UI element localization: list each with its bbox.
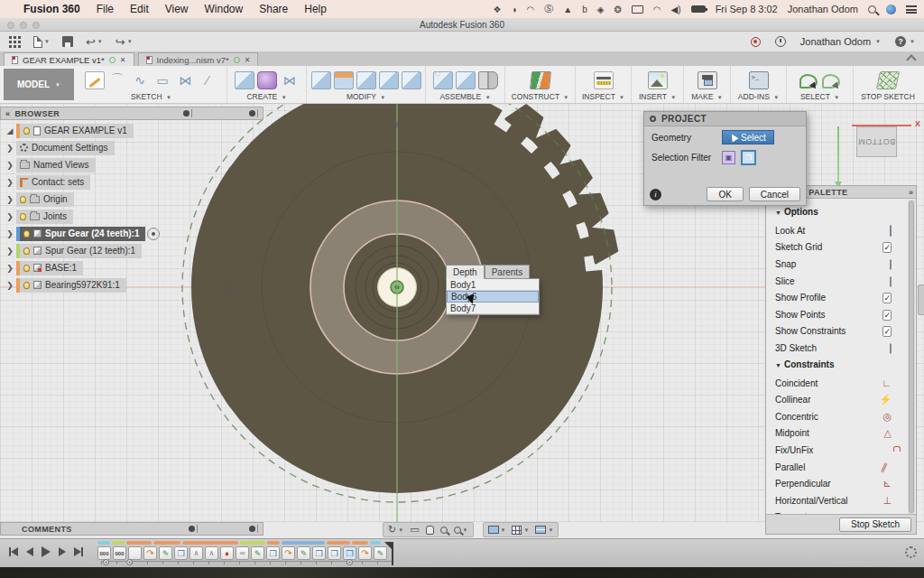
filter-specified-entities-button[interactable]: ▣ (722, 151, 735, 164)
feature-body-blue-icon[interactable]: ❒ (343, 546, 356, 560)
status-app-icon-6[interactable]: b (582, 5, 587, 14)
close-window-button[interactable] (7, 22, 14, 29)
create-sketch-icon[interactable] (85, 71, 105, 89)
timeline-node[interactable]: + (103, 559, 109, 565)
step-back-button[interactable] (26, 547, 33, 556)
tab-parents[interactable]: Parents (485, 265, 530, 279)
option-snap[interactable]: Snap (775, 256, 904, 273)
constraints-section-header[interactable]: ▼Constraints (775, 359, 904, 369)
feature-gear-icon[interactable]: 000 (113, 546, 126, 560)
panel-handle-2[interactable] (249, 109, 258, 117)
visibility-bulb-icon[interactable] (20, 196, 26, 203)
concentric-icon[interactable]: ◎ (882, 411, 892, 422)
tree-row-base[interactable]: ❯ BASE:1 (4, 260, 263, 275)
option-show-constraints[interactable]: Show Constraints ✓ (775, 323, 904, 340)
constraint-collinear[interactable]: Collinear ⚡ (775, 391, 904, 408)
expander-icon[interactable]: ❯ (4, 161, 16, 170)
tree-row-joints[interactable]: ❯ Joints (4, 209, 263, 224)
chamfer-icon[interactable] (402, 71, 421, 89)
wifi-icon[interactable]: ◠ (653, 5, 661, 14)
zoom-icon[interactable] (440, 527, 448, 534)
inspect-menu[interactable]: INSPECT ▼ (582, 92, 624, 101)
menu-window[interactable]: Window (205, 3, 244, 15)
tab-status-icon[interactable] (109, 57, 116, 63)
siri-icon[interactable] (886, 5, 896, 14)
browser-header[interactable]: « BROWSER (0, 107, 263, 120)
workspace-selector[interactable]: MODEL▼ (4, 69, 74, 100)
undo-button[interactable]: ↩▼ (86, 36, 103, 48)
look-at-icon[interactable] (890, 225, 892, 237)
orbit-icon[interactable]: ↻▼ (388, 524, 403, 536)
feature-asbuilt-joint-icon[interactable]: ∞ (236, 546, 249, 560)
play-button[interactable] (42, 546, 51, 557)
collinear-icon[interactable]: ⚡ (879, 394, 892, 405)
feature-gear-icon[interactable]: 000 (97, 546, 111, 560)
select-window-icon[interactable] (821, 71, 841, 89)
info-icon[interactable]: i (650, 189, 661, 200)
expander-icon[interactable]: ❯ (4, 195, 16, 204)
timeline-node[interactable]: + (126, 559, 133, 565)
tree-row-named-views[interactable]: ❯ Named Views (4, 157, 263, 172)
body-option-1[interactable]: Body1 (447, 279, 539, 291)
visibility-bulb-icon[interactable] (23, 230, 30, 238)
shell-icon[interactable] (379, 71, 399, 89)
tab-status-icon[interactable] (234, 57, 240, 63)
expander-icon[interactable]: ❯ (4, 212, 16, 221)
visibility-bulb-icon[interactable] (23, 127, 30, 135)
record-icon[interactable] (751, 37, 761, 47)
tree-row-spur-gear-24[interactable]: ❯ Spur Gear (24 teeth):1 (4, 226, 263, 241)
timeline-track[interactable]: + + + (101, 561, 393, 564)
feature-body-icon[interactable]: ❒ (312, 546, 326, 560)
stop-sketch-palette-button[interactable]: Stop Sketch (839, 517, 911, 532)
grid-settings-icon[interactable]: ▼ (512, 526, 529, 535)
palette-scrollbar[interactable] (908, 200, 915, 514)
menubar-clock[interactable]: Fri Sep 8 3:02 (716, 4, 778, 14)
menu-share[interactable]: Share (259, 3, 288, 15)
tree-row-bearing[interactable]: ❯ Bearing5972K91:1 (4, 277, 263, 293)
panel-handle-2[interactable] (249, 525, 258, 533)
expander-icon[interactable]: ◢ (4, 126, 16, 135)
construct-plane-icon[interactable] (529, 71, 550, 89)
tab-close-icon[interactable]: ✕ (245, 56, 251, 64)
status-app-icon-1[interactable]: ❖ (494, 5, 502, 14)
app-grid-icon[interactable] (9, 36, 21, 48)
checkbox[interactable] (890, 343, 892, 354)
construction-line-icon[interactable]: ⁄ (198, 71, 217, 89)
status-app-icon-5[interactable]: ▲ (563, 5, 572, 14)
airplay-icon[interactable] (632, 5, 643, 14)
feature-sketch-icon[interactable]: ✎ (297, 546, 310, 560)
expander-icon[interactable]: ❯ (4, 144, 16, 153)
tree-row-document-settings[interactable]: ❯ Document Settings (4, 140, 263, 155)
menu-edit[interactable]: Edit (130, 3, 149, 15)
feature-blank-icon[interactable] (128, 546, 142, 560)
make-menu[interactable]: MAKE ▼ (691, 92, 722, 101)
checkbox[interactable]: ✓ (882, 326, 892, 337)
checkbox[interactable]: ✓ (882, 242, 892, 253)
extrude-icon[interactable] (235, 71, 254, 89)
body-option-2-highlighted[interactable]: Body6 (447, 291, 539, 303)
pattern-icon[interactable]: ⋈ (280, 71, 300, 89)
display-settings-icon[interactable]: ▼ (488, 526, 506, 534)
panel-handle[interactable] (183, 109, 192, 117)
checkbox[interactable] (890, 276, 892, 287)
make-3dprint-icon[interactable] (698, 71, 717, 89)
constraint-horizontal-vertical[interactable]: Horizontal/Vertical ⊥ (775, 492, 904, 509)
checkbox[interactable] (890, 259, 892, 270)
visibility-bulb-icon[interactable] (23, 282, 30, 289)
visibility-bulb-icon[interactable] (20, 213, 26, 220)
go-to-start-button[interactable] (9, 547, 18, 556)
checkbox[interactable]: ✓ (882, 293, 892, 303)
tab-close-icon[interactable]: ✕ (120, 56, 126, 64)
assemble-menu[interactable]: ASSEMBLE ▼ (439, 92, 490, 101)
right-edge-handle[interactable] (918, 284, 924, 315)
stop-sketch-icon[interactable] (876, 71, 900, 89)
tab-gear-example[interactable]: GEAR EXAMPLE v1* ✕ (4, 52, 134, 66)
rigid-group-icon[interactable] (478, 71, 498, 89)
cancel-button[interactable]: Cancel (749, 187, 800, 201)
measure-icon[interactable] (594, 71, 614, 89)
insert-menu[interactable]: INSERT ▼ (639, 92, 676, 101)
status-app-icon-8[interactable]: ❂ (614, 5, 621, 14)
combine-icon[interactable] (356, 71, 376, 89)
visibility-bulb-icon[interactable] (23, 247, 30, 255)
zoom-window-icon[interactable]: ▼ (454, 527, 468, 534)
